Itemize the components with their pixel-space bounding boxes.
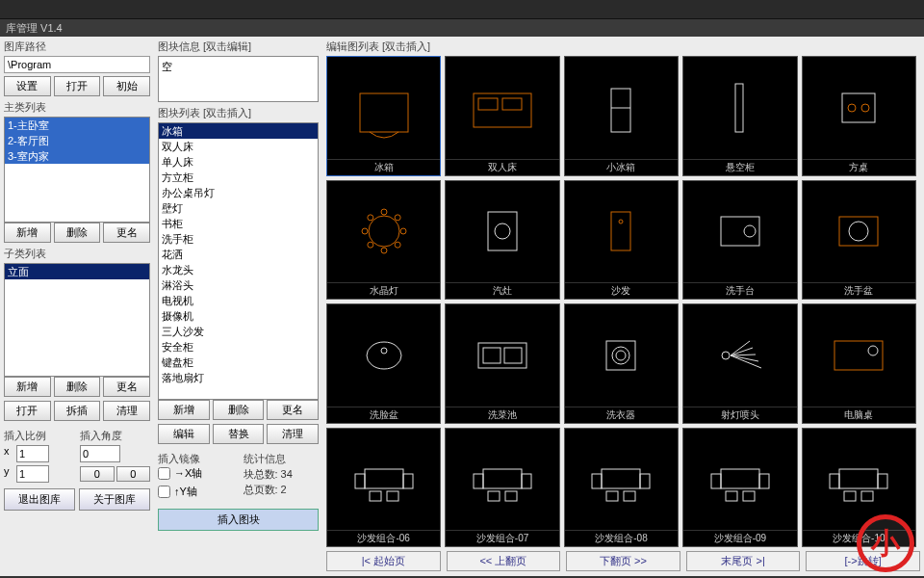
- stat-pages: 总页数: 2: [244, 482, 320, 497]
- thumbnail-item[interactable]: 方桌: [802, 56, 916, 176]
- sub-rename-button[interactable]: 更名: [103, 377, 150, 397]
- dirlist-label: 主类列表: [4, 100, 150, 115]
- svg-point-13: [381, 248, 387, 253]
- svg-rect-31: [504, 348, 522, 363]
- thumbnail-item[interactable]: 电脑桌: [802, 303, 916, 424]
- block-replace-button[interactable]: 替换: [213, 424, 265, 444]
- list-item[interactable]: 单人床: [159, 154, 318, 170]
- dir-rename-button[interactable]: 更名: [103, 223, 150, 243]
- thumbnail-item[interactable]: 射灯喷头: [682, 303, 797, 424]
- about-lib-button[interactable]: 关于图库: [79, 488, 150, 511]
- zero-button-1[interactable]: 0: [80, 466, 115, 482]
- zero-button-2[interactable]: 0: [116, 466, 151, 482]
- thumbnail-item[interactable]: 小冰箱: [564, 56, 679, 176]
- thumbnail-item[interactable]: 沙发组合-07: [445, 428, 559, 548]
- list-item[interactable]: 落地扇灯: [159, 370, 318, 385]
- list-item[interactable]: 书柜: [159, 216, 318, 231]
- next-page-button[interactable]: 下翻页 >>: [566, 551, 680, 571]
- list-item[interactable]: 摄像机: [159, 308, 318, 324]
- block-listbox[interactable]: 冰箱双人床单人床方立柜办公桌吊灯壁灯书柜洗手柜花洒水龙头淋浴头电视机摄像机三人沙…: [158, 122, 319, 400]
- svg-rect-64: [830, 474, 839, 488]
- sub-clear-button[interactable]: 清理: [103, 401, 150, 421]
- svg-rect-57: [624, 491, 635, 501]
- last-page-button[interactable]: 末尾页 >|: [686, 551, 801, 571]
- thumbnail-item[interactable]: 洗衣器: [564, 303, 679, 424]
- sub-del-button[interactable]: 删除: [54, 377, 101, 397]
- thumbnail-item[interactable]: 洗菜池: [445, 303, 559, 424]
- scale-y-input[interactable]: [16, 465, 49, 483]
- svg-point-17: [381, 209, 387, 215]
- list-item[interactable]: 立面: [5, 264, 149, 279]
- block-clear-button[interactable]: 清理: [267, 424, 319, 444]
- sub-listbox[interactable]: 立面: [4, 263, 150, 377]
- mirror-x-checkbox[interactable]: [158, 467, 170, 480]
- first-page-button[interactable]: |< 起始页: [326, 551, 441, 571]
- svg-rect-32: [606, 341, 635, 370]
- thumbnail-item[interactable]: 沙发组合-06: [326, 428, 441, 548]
- thumbnail-item[interactable]: 双人床: [445, 56, 559, 176]
- block-edit-button[interactable]: 编辑: [158, 424, 210, 444]
- prev-page-button[interactable]: << 上翻页: [447, 551, 561, 571]
- list-item[interactable]: 冰箱: [159, 123, 318, 139]
- list-item[interactable]: 水龙头: [159, 262, 318, 277]
- svg-rect-63: [839, 469, 878, 488]
- list-item[interactable]: 1-主卧室: [5, 118, 149, 133]
- sub-new-button[interactable]: 新增: [4, 377, 51, 397]
- svg-point-27: [367, 342, 401, 369]
- list-item[interactable]: 淋浴头: [159, 277, 318, 293]
- block-rename-button[interactable]: 更名: [267, 400, 319, 420]
- list-item[interactable]: 键盘柜: [159, 355, 318, 370]
- exit-lib-button[interactable]: 退出图库: [4, 488, 75, 511]
- svg-rect-44: [355, 474, 365, 488]
- thumbnail-item[interactable]: 洗手盆: [802, 180, 916, 301]
- list-item[interactable]: 方立柜: [159, 170, 318, 185]
- open-button[interactable]: 打开: [54, 76, 101, 96]
- list-item[interactable]: 安全柜: [159, 339, 318, 355]
- thumbnail-item[interactable]: 悬空柜: [682, 56, 797, 176]
- thumbnail-preview: [683, 57, 796, 159]
- list-item[interactable]: 电视机: [159, 293, 318, 308]
- list-item[interactable]: 双人床: [159, 139, 318, 154]
- sub-tile-button[interactable]: 拆插: [54, 401, 101, 421]
- svg-point-35: [722, 352, 730, 359]
- svg-rect-41: [834, 341, 883, 370]
- thumbnail-item[interactable]: 沙发: [564, 180, 679, 301]
- insert-block-button[interactable]: 插入图块: [158, 509, 319, 531]
- svg-point-24: [744, 225, 756, 237]
- sub-open-button[interactable]: 打开: [4, 401, 51, 421]
- thumbnail-preview: [565, 57, 678, 159]
- thumbnail-item[interactable]: 沙发组合-09: [682, 428, 797, 548]
- dir-new-button[interactable]: 新增: [4, 223, 51, 243]
- set-button[interactable]: 设置: [4, 76, 51, 96]
- blockinfo-box[interactable]: 空: [158, 56, 319, 102]
- block-new-button[interactable]: 新增: [158, 400, 210, 420]
- list-item[interactable]: 2-客厅图: [5, 133, 149, 148]
- list-item[interactable]: 办公桌吊灯: [159, 185, 318, 200]
- list-item[interactable]: 花洒: [159, 247, 318, 262]
- thumbnail-item[interactable]: 洗手台: [682, 180, 797, 301]
- list-item[interactable]: 三人沙发: [159, 324, 318, 339]
- svg-point-14: [368, 242, 373, 248]
- path-input[interactable]: [4, 56, 150, 73]
- dir-del-button[interactable]: 删除: [54, 223, 101, 243]
- angle-input[interactable]: [80, 445, 120, 462]
- thumbnail-item[interactable]: 汽灶: [445, 180, 559, 301]
- dir-listbox[interactable]: 1-主卧室2-客厅图3-室内家: [4, 117, 150, 223]
- thumbnail-item[interactable]: 洗脸盆: [326, 303, 441, 424]
- thumbnail-label: 冰箱: [327, 159, 440, 175]
- thumbnail-item[interactable]: 沙发组合-08: [564, 428, 679, 548]
- thumbnail-preview: [327, 181, 440, 283]
- stats-label: 统计信息: [244, 453, 286, 464]
- list-item[interactable]: 洗手柜: [159, 231, 318, 247]
- angle-label: 插入角度: [80, 429, 150, 443]
- list-item[interactable]: 壁灯: [159, 200, 318, 216]
- init-button[interactable]: 初始: [103, 76, 150, 96]
- list-item[interactable]: 3-室内家: [5, 148, 149, 164]
- thumbnail-item[interactable]: 冰箱: [326, 56, 441, 176]
- brand-logo-icon: 小: [857, 514, 914, 572]
- thumbnail-label: 汽灶: [446, 282, 558, 299]
- thumbnail-item[interactable]: 水晶灯: [326, 180, 441, 301]
- mirror-y-checkbox[interactable]: [158, 486, 170, 498]
- scale-x-input[interactable]: [16, 445, 49, 462]
- block-del-button[interactable]: 删除: [213, 400, 265, 420]
